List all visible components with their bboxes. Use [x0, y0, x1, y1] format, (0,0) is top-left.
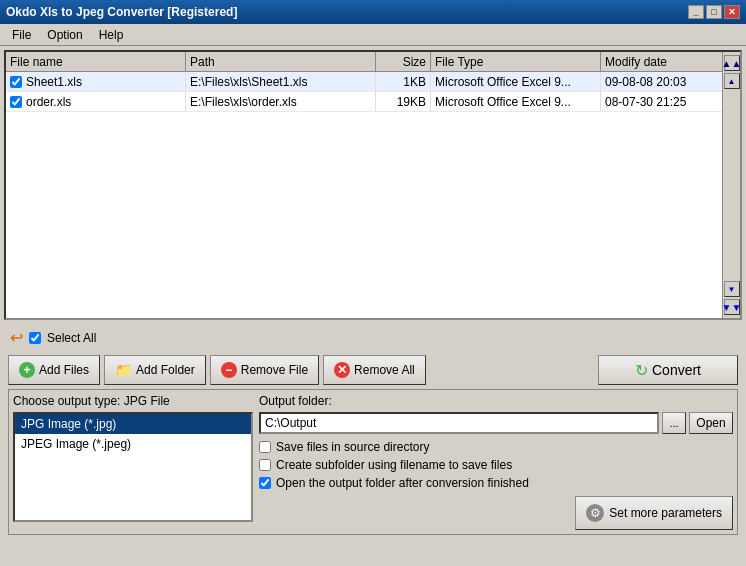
cell-modified-0: 09-08-08 20:03 [601, 72, 722, 91]
gear-icon: ⚙ [586, 504, 604, 522]
set-more-params-button[interactable]: ⚙ Set more parameters [575, 496, 733, 530]
create-subfolder-label: Create subfolder using filename to save … [276, 458, 512, 472]
create-subfolder-checkbox-row: Create subfolder using filename to save … [259, 458, 733, 472]
x-icon: ✕ [334, 362, 350, 378]
open-output-checkbox[interactable] [259, 477, 271, 489]
scroll-down-button[interactable]: ▼ [724, 281, 740, 297]
folder-row: ... Open [259, 412, 733, 434]
output-folder-panel: Output folder: ... Open Save files in so… [259, 394, 733, 530]
save-source-label: Save files in source directory [276, 440, 429, 454]
select-all-checkbox[interactable] [29, 332, 41, 344]
output-section: Choose output type: JPG File JPG Image (… [8, 389, 738, 535]
cell-filename-0: Sheet1.xls [6, 72, 186, 91]
output-list-item-jpeg[interactable]: JPEG Image (*.jpeg) [15, 434, 251, 454]
select-all-label: Select All [47, 331, 96, 345]
col-header-filetype: File Type [431, 52, 601, 71]
window-title: Okdo Xls to Jpeg Converter [Registered] [6, 5, 237, 19]
upload-icon: ↩ [10, 328, 23, 347]
menu-option[interactable]: Option [39, 26, 90, 44]
output-type-label: Choose output type: JPG File [13, 394, 253, 408]
file-table: File name Path Size File Type Modify dat… [6, 52, 722, 318]
add-folder-button[interactable]: 📁 Add Folder [104, 355, 206, 385]
col-header-modified: Modify date [601, 52, 722, 71]
minimize-button[interactable]: _ [688, 5, 704, 19]
scroll-top-button[interactable]: ▲▲ [724, 55, 740, 71]
create-subfolder-checkbox[interactable] [259, 459, 271, 471]
maximize-button[interactable]: □ [706, 5, 722, 19]
output-type-panel: Choose output type: JPG File JPG Image (… [13, 394, 253, 530]
open-output-checkbox-row: Open the output folder after conversion … [259, 476, 733, 490]
folder-path-input[interactable] [259, 412, 659, 434]
remove-file-button[interactable]: − Remove File [210, 355, 319, 385]
title-bar: Okdo Xls to Jpeg Converter [Registered] … [0, 0, 746, 24]
close-button[interactable]: ✕ [724, 5, 740, 19]
table-row[interactable]: Sheet1.xls E:\Files\xls\Sheet1.xls 1KB M… [6, 72, 722, 92]
title-bar-buttons: _ □ ✕ [688, 5, 740, 19]
table-scrollbar: ▲▲ ▲ ▼ ▼▼ [722, 52, 740, 318]
convert-icon: ↻ [635, 361, 648, 380]
table-body: Sheet1.xls E:\Files\xls\Sheet1.xls 1KB M… [6, 72, 722, 112]
cell-filename-1: order.xls [6, 92, 186, 111]
buttons-row: + Add Files 📁 Add Folder − Remove File ✕… [4, 351, 742, 389]
main-window: File name Path Size File Type Modify dat… [0, 46, 746, 543]
col-header-path: Path [186, 52, 376, 71]
add-files-button[interactable]: + Add Files [8, 355, 100, 385]
convert-button[interactable]: ↻ Convert [598, 355, 738, 385]
cell-path-1: E:\Files\xls\order.xls [186, 92, 376, 111]
row-checkbox-0[interactable] [10, 76, 22, 88]
cell-size-0: 1KB [376, 72, 431, 91]
row-checkbox-1[interactable] [10, 96, 22, 108]
scroll-up-button[interactable]: ▲ [724, 73, 740, 89]
col-header-filename: File name [6, 52, 186, 71]
menu-bar: File Option Help [0, 24, 746, 46]
save-source-checkbox-row: Save files in source directory [259, 440, 733, 454]
cell-size-1: 19KB [376, 92, 431, 111]
col-header-size: Size [376, 52, 431, 71]
table-header: File name Path Size File Type Modify dat… [6, 52, 722, 72]
remove-icon: − [221, 362, 237, 378]
file-table-container: File name Path Size File Type Modify dat… [4, 50, 742, 320]
menu-help[interactable]: Help [91, 26, 132, 44]
cell-filetype-1: Microsoft Office Excel 9... [431, 92, 601, 111]
save-source-checkbox[interactable] [259, 441, 271, 453]
open-output-label: Open the output folder after conversion … [276, 476, 529, 490]
table-row[interactable]: order.xls E:\Files\xls\order.xls 19KB Mi… [6, 92, 722, 112]
select-all-bar: ↩ Select All [4, 324, 742, 351]
cell-modified-1: 08-07-30 21:25 [601, 92, 722, 111]
cell-filetype-0: Microsoft Office Excel 9... [431, 72, 601, 91]
menu-file[interactable]: File [4, 26, 39, 44]
remove-all-button[interactable]: ✕ Remove All [323, 355, 426, 385]
output-list-item-jpg[interactable]: JPG Image (*.jpg) [15, 414, 251, 434]
cell-path-0: E:\Files\xls\Sheet1.xls [186, 72, 376, 91]
output-type-list[interactable]: JPG Image (*.jpg) JPEG Image (*.jpeg) [13, 412, 253, 522]
plus-icon: + [19, 362, 35, 378]
open-folder-button[interactable]: Open [689, 412, 733, 434]
scroll-bottom-button[interactable]: ▼▼ [724, 299, 740, 315]
browse-folder-button[interactable]: ... [662, 412, 686, 434]
output-folder-label: Output folder: [259, 394, 733, 408]
folder-icon: 📁 [115, 362, 132, 378]
